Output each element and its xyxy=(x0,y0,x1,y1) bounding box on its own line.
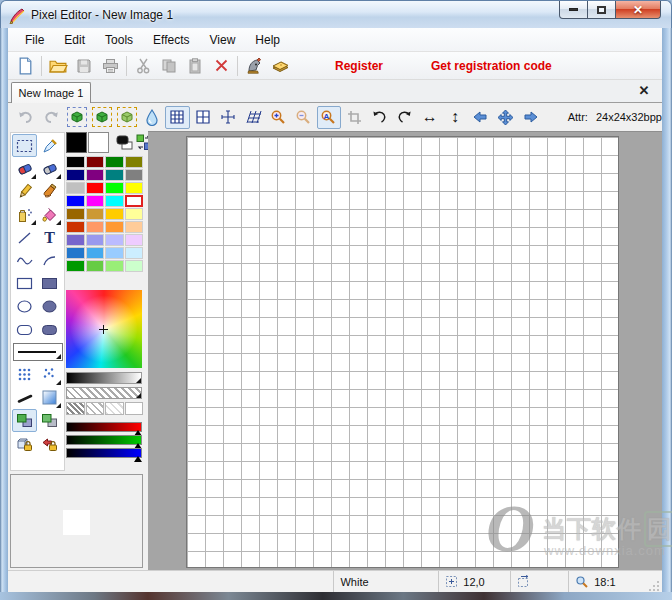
color-swatch[interactable] xyxy=(66,208,85,220)
flip-vertical-button[interactable]: ↕ xyxy=(443,106,467,129)
pattern-swatch[interactable] xyxy=(66,402,85,415)
large-grid-button[interactable] xyxy=(191,106,215,129)
transparency-slider[interactable] xyxy=(66,387,142,399)
zoom-out-button[interactable] xyxy=(291,106,315,129)
slider-marker-icon[interactable] xyxy=(134,456,142,462)
pattern-swatch[interactable] xyxy=(105,402,124,415)
flip-horizontal-button[interactable]: ↔ xyxy=(418,106,442,129)
filled-ellipse-tool[interactable] xyxy=(37,295,62,318)
shift-all-button[interactable] xyxy=(493,106,517,129)
color-wheel[interactable] xyxy=(66,290,142,368)
pixel-canvas[interactable] xyxy=(186,136,619,568)
color-swatch[interactable] xyxy=(125,260,144,272)
color-swatch[interactable] xyxy=(125,221,144,233)
perspective-grid-button[interactable] xyxy=(241,106,265,129)
resize-grip-icon[interactable] xyxy=(647,579,660,592)
shift-left-button[interactable] xyxy=(468,106,492,129)
color-swatch[interactable] xyxy=(66,169,85,181)
smooth-line-tool[interactable] xyxy=(12,386,37,409)
droplet-tool-button[interactable] xyxy=(140,106,164,129)
color-swatch[interactable] xyxy=(66,182,85,194)
color-swatch[interactable] xyxy=(66,234,85,246)
color-swatch[interactable] xyxy=(105,156,124,168)
filled-rectangle-tool[interactable] xyxy=(37,272,62,295)
color-swatch[interactable] xyxy=(86,182,105,194)
color-swatch[interactable] xyxy=(66,221,85,233)
color-swatch[interactable] xyxy=(125,208,144,220)
center-lines-button[interactable] xyxy=(216,106,240,129)
menu-view[interactable]: View xyxy=(200,30,246,50)
register-link[interactable]: Register xyxy=(335,59,383,73)
foreground-color-swatch[interactable] xyxy=(66,132,87,153)
save-button[interactable] xyxy=(71,54,97,78)
menu-edit[interactable]: Edit xyxy=(54,30,95,50)
pattern-swatch[interactable] xyxy=(86,402,105,415)
ellipse-tool[interactable] xyxy=(12,295,37,318)
color-swatch[interactable] xyxy=(66,156,85,168)
open-button[interactable] xyxy=(45,54,71,78)
green-channel-slider[interactable] xyxy=(66,435,142,445)
menu-effects[interactable]: Effects xyxy=(143,30,199,50)
brush-tool[interactable] xyxy=(37,180,62,203)
crop-button[interactable] xyxy=(342,106,366,129)
color-swatch[interactable] xyxy=(105,169,124,181)
print-button[interactable] xyxy=(97,54,123,78)
tab-new-image-1[interactable]: New Image 1 xyxy=(11,82,91,103)
frame-tool-1-button[interactable] xyxy=(64,106,88,129)
cut-button[interactable] xyxy=(130,54,156,78)
color-swatch[interactable] xyxy=(66,247,85,259)
register-button[interactable] xyxy=(241,54,267,78)
help-book-button[interactable] xyxy=(267,54,293,78)
pattern-spray-tool[interactable] xyxy=(37,363,62,386)
menu-file[interactable]: File xyxy=(15,30,54,50)
new-button[interactable] xyxy=(12,54,38,78)
show-grid-button[interactable] xyxy=(165,106,189,129)
color-swatch[interactable] xyxy=(105,182,124,194)
title-bar[interactable]: Pixel Editor - New Image 1 ✕ xyxy=(0,0,672,28)
color-swatch[interactable] xyxy=(105,208,124,220)
rotate-left-button[interactable] xyxy=(367,106,391,129)
brightness-slider[interactable] xyxy=(66,372,142,384)
color-swatch[interactable] xyxy=(86,247,105,259)
color-swatch[interactable] xyxy=(86,156,105,168)
color-swatch[interactable] xyxy=(86,195,105,207)
color-swatch[interactable] xyxy=(125,247,144,259)
clone-tool[interactable] xyxy=(12,409,37,432)
red-channel-slider[interactable] xyxy=(66,422,142,432)
eraser-tool[interactable] xyxy=(12,157,37,180)
pattern-grid-tool[interactable] xyxy=(12,363,37,386)
filled-rounded-rectangle-tool[interactable] xyxy=(37,318,62,341)
color-swatch[interactable] xyxy=(105,234,124,246)
color-swatch[interactable] xyxy=(125,195,144,207)
pattern-swatch[interactable] xyxy=(125,402,144,415)
gradient-tool[interactable] xyxy=(37,386,62,409)
pencil-tool[interactable] xyxy=(12,180,37,203)
close-button[interactable]: ✕ xyxy=(616,1,661,19)
color-swatch[interactable] xyxy=(125,169,144,181)
lock-move-tool[interactable] xyxy=(37,432,62,455)
color-swatch[interactable] xyxy=(86,234,105,246)
fill-tool[interactable] xyxy=(37,203,62,226)
rectangle-tool[interactable] xyxy=(12,272,37,295)
clone-alt-tool[interactable] xyxy=(37,409,62,432)
frame-tool-2-button[interactable] xyxy=(90,106,114,129)
color-swatch[interactable] xyxy=(86,221,105,233)
line-width-selector[interactable] xyxy=(13,343,63,361)
zoom-in-button[interactable] xyxy=(266,106,290,129)
select-tool[interactable] xyxy=(12,134,37,157)
color-swatch[interactable] xyxy=(105,260,124,272)
color-swatch[interactable] xyxy=(86,169,105,181)
color-swatch[interactable] xyxy=(125,182,144,194)
delete-button[interactable] xyxy=(208,54,234,78)
color-swatch[interactable] xyxy=(66,195,85,207)
zoom-actual-button[interactable]: A xyxy=(317,106,341,129)
menu-help[interactable]: Help xyxy=(245,30,290,50)
tab-close-button[interactable]: ✕ xyxy=(636,83,652,99)
color-swatch[interactable] xyxy=(125,156,144,168)
color-swatch[interactable] xyxy=(86,208,105,220)
undo-button[interactable] xyxy=(14,106,38,129)
get-registration-code-link[interactable]: Get registration code xyxy=(431,59,552,73)
copy-button[interactable] xyxy=(156,54,182,78)
eraser-alt-tool[interactable] xyxy=(37,157,62,180)
text-tool[interactable]: T xyxy=(37,226,62,249)
